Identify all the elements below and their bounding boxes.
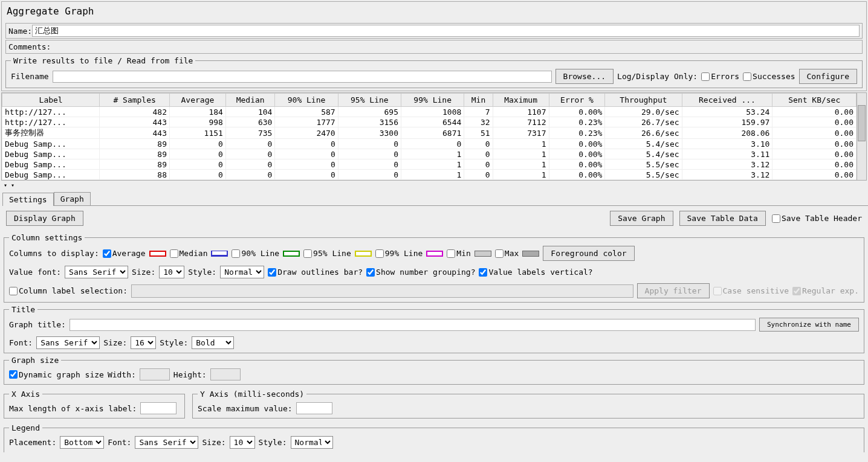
case-sensitive-checkbox[interactable]: Case sensitive: [713, 286, 789, 295]
col-label-sel-checkbox[interactable]: Column label selection:: [9, 286, 128, 295]
average-checkbox[interactable]: Average: [103, 249, 146, 258]
table-row[interactable]: Debug Samp...8900001010.00%5.5/sec3.120.…: [2, 159, 857, 170]
table-row[interactable]: 事务控制器44311517352470330068715173170.23%26…: [2, 127, 857, 139]
sync-name-button[interactable]: Synchronize with name: [759, 318, 859, 332]
table-row[interactable]: Debug Samp...8900001010.00%5.4/sec3.110.…: [2, 149, 857, 159]
column-settings-fieldset: Column settings Columns to display: Aver…: [4, 233, 864, 303]
table-cell: 159.97: [682, 117, 772, 127]
xaxis-maxlen-input[interactable]: [140, 402, 177, 414]
table-header[interactable]: Error %: [549, 94, 605, 107]
table-cell: 3156: [338, 117, 401, 127]
value-font-select[interactable]: Sans Serif: [65, 266, 128, 278]
successes-checkbox[interactable]: Successes: [743, 72, 795, 81]
max-checkbox[interactable]: Max: [495, 249, 519, 258]
table-header[interactable]: # Samples: [100, 94, 170, 107]
name-input[interactable]: [32, 25, 860, 37]
yaxis-scalemax-input[interactable]: [296, 402, 332, 414]
panel-title: Aggregate Graph: [2, 2, 866, 21]
labels-vertical-checkbox[interactable]: Value labels vertical?: [479, 268, 592, 277]
foreground-color-button[interactable]: Foreground color: [543, 246, 634, 261]
table-row[interactable]: http://127...4821841045876951008711070.0…: [2, 107, 857, 117]
width-input[interactable]: [140, 368, 170, 380]
table-cell: 1777: [275, 117, 338, 127]
save-table-header-checkbox[interactable]: Save Table Header: [772, 214, 862, 223]
table-header[interactable]: Min: [464, 94, 493, 107]
browse-button[interactable]: Browse...: [555, 69, 614, 84]
table-cell: 0.00: [772, 159, 857, 170]
aggregate-graph-panel: Aggregate Graph Name: Comments: Write re…: [1, 1, 867, 91]
configure-button[interactable]: Configure: [799, 69, 857, 84]
line99-checkbox[interactable]: 99% Line: [375, 249, 423, 258]
line95-checkbox[interactable]: 95% Line: [303, 249, 351, 258]
table-header[interactable]: Label: [2, 94, 100, 107]
table-cell: 53.24: [682, 107, 772, 117]
table-row[interactable]: Debug Samp...8800001010.00%5.5/sec3.120.…: [2, 170, 857, 180]
table-cell: http://127...: [2, 107, 100, 117]
filename-input[interactable]: [53, 71, 552, 83]
line90-checkbox[interactable]: 90% Line: [232, 249, 279, 258]
yaxis-legend: Y Axis (milli-seconds): [198, 390, 306, 399]
placement-select[interactable]: Bottom: [60, 436, 104, 449]
legend-font-select[interactable]: Sans Serif: [135, 436, 198, 449]
xaxis-legend: X Axis: [9, 390, 42, 399]
table-cell: 1: [493, 159, 549, 170]
graph-title-input[interactable]: [70, 319, 756, 331]
table-row[interactable]: http://127...443998630177731566544327112…: [2, 117, 857, 127]
save-table-data-button[interactable]: Save Table Data: [679, 211, 766, 226]
table-header[interactable]: Maximum: [493, 94, 549, 107]
table-cell: 2470: [275, 127, 338, 139]
value-style-select[interactable]: Normal: [220, 266, 264, 278]
table-header[interactable]: Throughput: [605, 94, 682, 107]
title-style-label: Style:: [160, 338, 188, 347]
name-row: Name:: [5, 23, 863, 39]
table-header[interactable]: Average: [169, 94, 225, 107]
table-cell: 1: [493, 170, 549, 180]
table-cell: 3.10: [682, 139, 772, 149]
median-checkbox[interactable]: Median: [170, 249, 208, 258]
apply-filter-button[interactable]: Apply filter: [637, 283, 710, 298]
show-grouping-checkbox[interactable]: Show number grouping?: [366, 268, 475, 277]
settings-toolbar: Display Graph Save Graph Save Table Data…: [0, 206, 868, 231]
table-cell: 0.00%: [549, 149, 605, 159]
title-size-select[interactable]: 16: [131, 336, 156, 349]
draw-outlines-checkbox[interactable]: Draw outlines bar?: [268, 268, 363, 277]
table-cell: 0.23%: [549, 117, 605, 127]
table-cell: 5.4/sec: [605, 139, 682, 149]
dynamic-size-checkbox[interactable]: Dynamic graph size: [9, 370, 104, 379]
value-size-select[interactable]: 10: [159, 266, 184, 278]
legend-legend: Legend: [9, 423, 42, 432]
display-graph-button[interactable]: Display Graph: [6, 211, 83, 226]
legend-style-label: Style:: [259, 438, 287, 447]
table-cell: 0.00%: [549, 139, 605, 149]
table-cell: 998: [169, 117, 225, 127]
legend-size-select[interactable]: 10: [230, 436, 255, 449]
table-header[interactable]: Median: [225, 94, 275, 107]
legend-style-select[interactable]: Normal: [291, 436, 333, 449]
col-label-filter-input[interactable]: [131, 284, 633, 298]
table-scrollbar[interactable]: [857, 92, 867, 181]
table-header[interactable]: 90% Line: [275, 94, 338, 107]
width-label: Width:: [108, 370, 136, 379]
table-cell: 3.12: [682, 170, 772, 180]
table-cell: 0.00: [772, 139, 857, 149]
height-input[interactable]: [210, 368, 241, 380]
table-cell: 0: [464, 139, 493, 149]
regex-checkbox[interactable]: Regular exp.: [792, 286, 859, 295]
title-style-select[interactable]: Bold: [192, 336, 234, 349]
name-label: Name:: [8, 27, 32, 36]
table-header[interactable]: 99% Line: [401, 94, 464, 107]
title-font-select[interactable]: Sans Serif: [36, 336, 100, 349]
placement-label: Placement:: [9, 438, 56, 447]
save-graph-button[interactable]: Save Graph: [610, 211, 673, 226]
tab-settings[interactable]: Settings: [2, 193, 54, 206]
table-cell: 88: [100, 170, 170, 180]
table-header[interactable]: Received ...: [682, 94, 772, 107]
table-header[interactable]: Sent KB/sec: [772, 94, 857, 107]
table-cell: 0: [275, 149, 338, 159]
tab-graph[interactable]: Graph: [54, 192, 91, 205]
errors-checkbox[interactable]: Errors: [701, 72, 739, 81]
table-row[interactable]: Debug Samp...8900000010.00%5.4/sec3.100.…: [2, 139, 857, 149]
min-checkbox[interactable]: Min: [447, 249, 470, 258]
table-header[interactable]: 95% Line: [338, 94, 401, 107]
legend-size-label: Size:: [202, 438, 225, 447]
